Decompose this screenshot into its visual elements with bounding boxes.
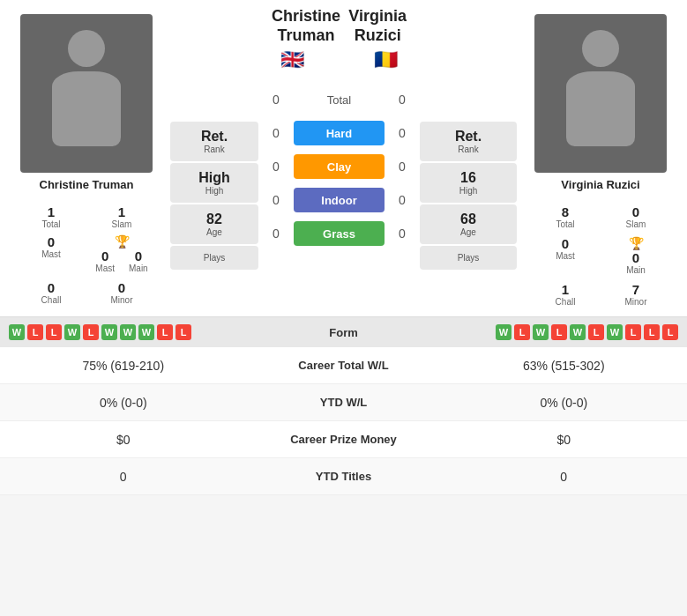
court-row-clay: 0 Clay 0 xyxy=(263,151,415,182)
left-player-name-header: Christine Truman xyxy=(272,7,340,45)
player-right-stats: 8 Total 0 Slam xyxy=(530,202,671,232)
left-high-box: High High xyxy=(170,163,258,203)
stats-center-label: YTD W/L xyxy=(247,396,441,409)
right-stat-mast: 0 Mast xyxy=(530,234,601,278)
left-stat-chall: 0 Chall xyxy=(16,278,86,308)
court-row-grass: 0 Grass 0 xyxy=(263,218,415,249)
player-left-stats: 1 Total 1 Slam 0 Mast 🏆 xyxy=(16,202,157,276)
total-label: Total xyxy=(294,87,385,112)
stats-center-label: YTD Titles xyxy=(247,470,441,483)
form-badge-right: L xyxy=(551,324,567,340)
right-info-col: Ret. Rank 16 High 68 Age Plays xyxy=(415,122,521,270)
court-row-hard: 0 Hard 0 xyxy=(263,117,415,149)
right-stat-slam: 0 Slam xyxy=(601,202,671,232)
right-rank-box: Ret. Rank xyxy=(420,122,517,161)
form-badge-left: L xyxy=(175,324,191,340)
stats-right-val: 0% (0-0) xyxy=(441,389,688,417)
hard-badge: Hard xyxy=(294,121,385,145)
left-chall-minor: 0 Chall 0 Minor xyxy=(16,278,157,308)
right-stat-main: 🏆 0 Main xyxy=(601,234,671,278)
left-rank-box: Ret. Rank xyxy=(170,122,258,161)
court-row-total: 0 Total 0 xyxy=(263,84,415,115)
trophy-icon-left: 🏆 xyxy=(115,234,130,249)
form-badge-left: W xyxy=(64,324,80,340)
stats-right-val: 0 xyxy=(441,463,688,491)
indoor-badge: Indoor xyxy=(294,188,385,212)
stats-right-val: 63% (515-302) xyxy=(441,352,688,380)
stats-center-label: Career Total W/L xyxy=(247,359,441,372)
left-stat-main: 🏆 0 Mast 0 Main xyxy=(86,232,157,276)
stats-row: 0% (0-0) YTD W/L 0% (0-0) xyxy=(0,384,687,421)
stats-row: $0 Career Prize Money $0 xyxy=(0,421,687,458)
form-badge-right: L xyxy=(514,324,530,340)
form-badge-left: L xyxy=(83,324,99,340)
top-area: Christine Truman 1 Total 1 Slam 0 Mast xyxy=(0,0,687,316)
stats-right-val: $0 xyxy=(441,426,688,454)
form-badge-right: L xyxy=(588,324,604,340)
player-left: Christine Truman 1 Total 1 Slam 0 Mast xyxy=(7,7,166,308)
stats-center-label: Career Prize Money xyxy=(247,433,441,446)
form-badge-right: W xyxy=(570,324,586,340)
left-plays-box: Plays xyxy=(170,246,258,270)
right-mast-main: 0 Mast 🏆 0 Main xyxy=(530,234,671,278)
left-form-badges: WLLWLWWWLL xyxy=(9,324,302,340)
trophy-icon-right: 🏆 xyxy=(629,236,644,250)
left-stat-total: 1 Total xyxy=(16,202,86,232)
form-badge-right: W xyxy=(533,324,549,340)
grass-badge: Grass xyxy=(294,221,385,246)
stats-left-val: 0 xyxy=(0,463,247,491)
right-age-box: 68 Age xyxy=(420,204,517,244)
player-right-name: Virginia Ruzici xyxy=(561,178,639,191)
right-player-name-header: Virginia Ruzici xyxy=(348,7,407,45)
form-label: Form xyxy=(309,326,379,339)
center-area: Christine Truman Virginia Ruzici 🇬🇧 🇷🇴 0… xyxy=(263,7,415,253)
left-age-box: 82 Age xyxy=(170,204,258,244)
form-badge-right: W xyxy=(607,324,623,340)
player-right: Virginia Ruzici 8 Total 0 Slam 0 Mast 🏆 xyxy=(521,7,680,309)
stats-left-val: 0% (0-0) xyxy=(0,389,247,417)
right-stat-chall: 1 Chall xyxy=(530,279,601,309)
right-chall-minor: 1 Chall 7 Minor xyxy=(530,279,671,309)
right-stat-minor: 7 Minor xyxy=(601,279,671,309)
right-stat-total: 8 Total xyxy=(530,202,601,232)
form-badge-left: L xyxy=(157,324,173,340)
left-stat-minor: 0 Minor xyxy=(86,278,157,308)
court-rows: 0 Total 0 0 Hard 0 0 Clay 0 0 xyxy=(263,84,415,249)
form-section: WLLWLWWWLL Form WLWLWLWLLL xyxy=(0,316,687,347)
stats-left-val: $0 xyxy=(0,426,247,454)
form-badge-right: L xyxy=(625,324,641,340)
form-badge-left: W xyxy=(138,324,154,340)
form-badge-right: L xyxy=(644,324,660,340)
clay-badge: Clay xyxy=(294,154,385,179)
form-badge-left: W xyxy=(101,324,117,340)
stats-row: 0 YTD Titles 0 xyxy=(0,458,687,495)
stats-row: 75% (619-210) Career Total W/L 63% (515-… xyxy=(0,347,687,384)
right-high-box: 16 High xyxy=(420,163,517,203)
left-info-col: Ret. Rank High High 82 Age Plays xyxy=(166,122,263,270)
right-form-badges: WLWLWLWLLL xyxy=(386,324,679,340)
form-badge-left: W xyxy=(120,324,136,340)
form-badge-right: W xyxy=(496,324,512,340)
main-container: Christine Truman 1 Total 1 Slam 0 Mast xyxy=(0,0,687,495)
form-badge-left: L xyxy=(46,324,62,340)
court-row-indoor: 0 Indoor 0 xyxy=(263,184,415,216)
stats-left-val: 75% (619-210) xyxy=(0,352,247,380)
player-right-photo xyxy=(534,14,667,173)
left-flag: 🇬🇧 xyxy=(280,48,304,71)
right-flag: 🇷🇴 xyxy=(374,48,398,71)
left-stat-slam: 1 Slam xyxy=(86,202,157,232)
form-badge-left: W xyxy=(9,324,25,340)
form-badge-right: L xyxy=(662,324,678,340)
stats-rows: 75% (619-210) Career Total W/L 63% (515-… xyxy=(0,347,687,495)
player-left-photo xyxy=(20,14,153,173)
form-badge-left: L xyxy=(27,324,43,340)
right-plays-box: Plays xyxy=(420,246,517,270)
left-stat-mast: 0 Mast xyxy=(16,232,86,276)
player-left-name: Christine Truman xyxy=(40,178,134,191)
